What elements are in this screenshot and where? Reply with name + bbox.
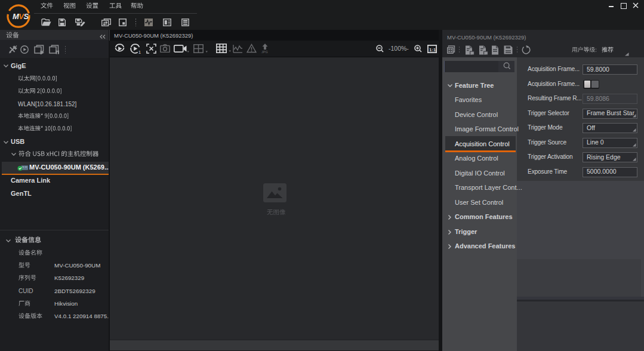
svg-text:1:1: 1:1 xyxy=(429,47,436,53)
svg-text:JPG: JPG xyxy=(261,50,268,54)
svg-text:MVS: MVS xyxy=(13,12,29,21)
svg-text:1: 1 xyxy=(138,50,141,54)
